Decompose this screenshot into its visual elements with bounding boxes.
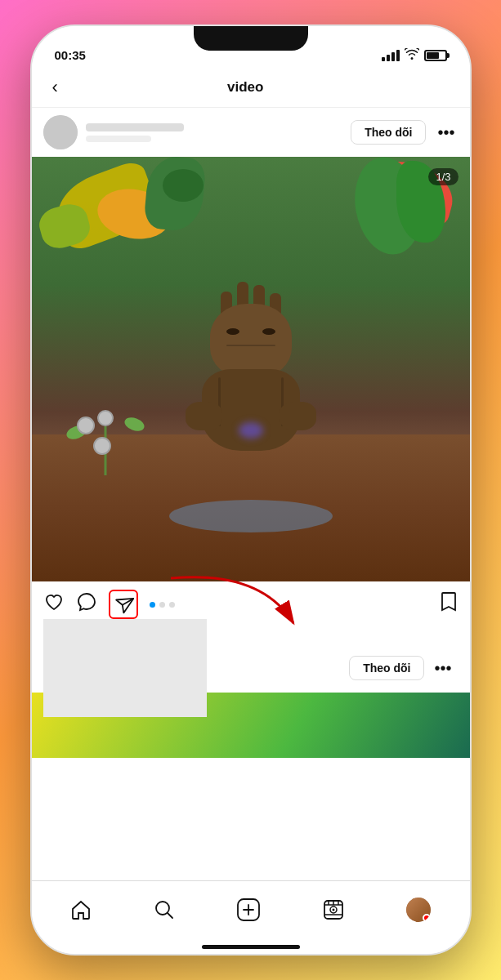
groot-character [177,304,324,483]
phone-frame: 00:35 ‹ video [30,24,472,956]
dot-2 [159,602,165,608]
share-button[interactable] [109,590,138,619]
phone-notch [194,26,308,51]
status-time: 00:35 [55,48,86,62]
bottom-nav [32,880,470,954]
groot-eyes [226,328,275,335]
profile-avatar [406,898,431,922]
nav-reels[interactable] [316,893,351,927]
comment-button[interactable] [76,591,97,618]
post1-follow-button[interactable]: Theo dõi [351,120,426,145]
bookmark-button[interactable] [439,591,459,617]
post1-more-button[interactable]: ••• [434,123,458,142]
post1-user-info [86,123,343,142]
nav-add[interactable] [230,891,267,929]
coin-2 [93,437,111,455]
puddle [169,500,333,532]
post1-media: 1/3 [32,157,470,581]
nav-home[interactable] [64,893,98,927]
coin-1 [77,416,95,434]
svg-point-5 [333,908,335,911]
page-title: video [62,79,429,96]
nav-bar: ‹ video [32,67,470,108]
back-button[interactable]: ‹ [48,73,62,102]
groot-head [210,304,292,377]
post2-actions: Theo dõi ••• [329,656,459,680]
post2-header: Theo dõi ••• [32,644,470,693]
post2-media-preview [43,619,207,717]
home-indicator [202,945,300,949]
nav-search[interactable] [147,893,181,927]
post2-more-button[interactable]: ••• [431,659,454,678]
carousel-dots [150,602,175,608]
post1-header: Theo dõi ••• [32,108,470,157]
notification-dot [423,914,431,922]
content-area: Theo dõi ••• [32,108,470,900]
image-counter: 1/3 [428,168,458,185]
nav-profile[interactable] [400,891,437,929]
post2-follow-button[interactable]: Theo dõi [349,656,424,680]
dot-1 [150,602,155,608]
dot-3 [169,602,175,608]
post1-actions [32,581,470,624]
signal-icon [382,50,400,61]
wifi-icon [405,48,419,62]
groot-scene: 1/3 [32,157,470,581]
status-icons [382,48,447,62]
like-button[interactable] [43,591,65,618]
post1-avatar [43,115,78,149]
battery-icon [424,50,447,61]
